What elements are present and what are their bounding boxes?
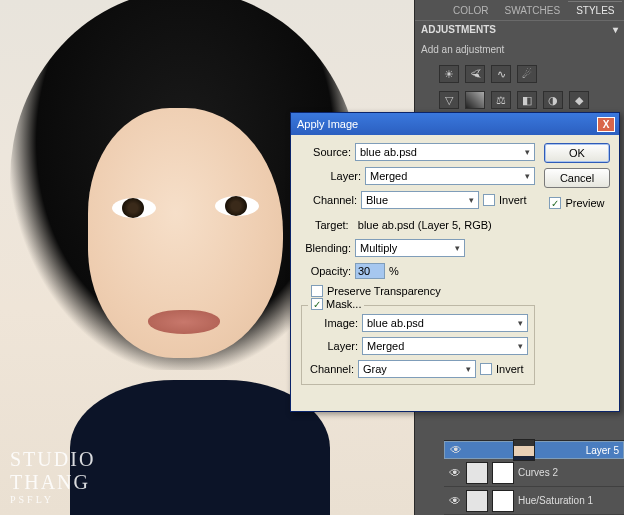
layer-name: Hue/Saturation 1 [518, 495, 593, 506]
mask-invert-checkbox[interactable] [480, 363, 492, 375]
tab-swatches[interactable]: SWATCHES [497, 2, 569, 19]
mask-layer-label: Layer: [308, 340, 358, 352]
preserve-transparency-checkbox[interactable] [311, 285, 323, 297]
brightness-icon[interactable]: ☀ [439, 65, 459, 83]
layer-name: Curves 2 [518, 467, 558, 478]
curves-icon[interactable]: ∿ [491, 65, 511, 83]
layer-row[interactable]: 👁 Layer 5 [444, 441, 624, 459]
blending-label: Blending: [301, 242, 351, 254]
dialog-titlebar[interactable]: Apply Image X [291, 113, 619, 135]
hue-sat-icon[interactable] [465, 91, 485, 109]
tab-color[interactable]: COLOR [445, 2, 497, 19]
layer-name: Layer 5 [586, 445, 619, 456]
layer-thumb[interactable] [513, 439, 535, 461]
source-select[interactable]: blue ab.psd▾ [355, 143, 535, 161]
watermark-line2: THANG [10, 471, 95, 494]
close-icon[interactable]: X [597, 117, 615, 132]
chevron-down-icon: ▾ [469, 195, 474, 205]
levels-icon[interactable]: ⮘ [465, 65, 485, 83]
panel-menu-icon[interactable]: ▾ [613, 24, 618, 35]
source-label: Source: [301, 146, 351, 158]
preserve-transparency-label: Preserve Transparency [327, 285, 441, 297]
mask-image-select[interactable]: blue ab.psd▾ [362, 314, 528, 332]
watermark-line3: PSFLY [10, 494, 95, 505]
opacity-pct: % [389, 265, 399, 277]
chevron-down-icon: ▾ [518, 341, 523, 351]
ok-button[interactable]: OK [544, 143, 610, 163]
layer-select[interactable]: Merged▾ [365, 167, 535, 185]
mask-image-label: Image: [308, 317, 358, 329]
photo-filter-icon[interactable]: ◑ [543, 91, 563, 109]
watermark-line1: STUDIO [10, 448, 95, 471]
dialog-title: Apply Image [297, 118, 358, 130]
channel-select[interactable]: Blue▾ [361, 191, 479, 209]
chevron-down-icon: ▾ [525, 147, 530, 157]
mask-group: ✓ Mask... Image: blue ab.psd▾ Layer: Mer… [301, 305, 535, 385]
opacity-label: Opacity: [301, 265, 351, 277]
mask-checkbox[interactable]: ✓ [311, 298, 323, 310]
visibility-icon[interactable]: 👁 [448, 466, 462, 480]
opacity-input[interactable] [355, 263, 385, 279]
blending-select[interactable]: Multiply▾ [355, 239, 465, 257]
preview-label: Preview [565, 197, 604, 209]
layer-label: Layer: [311, 170, 361, 182]
layer-row[interactable]: 👁 Hue/Saturation 1 [444, 487, 624, 515]
apply-image-dialog: Apply Image X Source: blue ab.psd▾ Layer… [290, 112, 620, 412]
invert-checkbox[interactable] [483, 194, 495, 206]
chevron-down-icon: ▾ [518, 318, 523, 328]
layer-row[interactable]: 👁 Curves 2 [444, 459, 624, 487]
layer-mask-thumb[interactable] [492, 462, 514, 484]
cancel-button[interactable]: Cancel [544, 168, 610, 188]
visibility-icon[interactable]: 👁 [449, 443, 463, 457]
mask-label: Mask... [326, 298, 361, 310]
chevron-down-icon: ▾ [455, 243, 460, 253]
adjustments-hint: Add an adjustment [421, 44, 618, 55]
lips [148, 310, 220, 334]
bw-icon[interactable]: ◧ [517, 91, 537, 109]
exposure-icon[interactable]: ☄ [517, 65, 537, 83]
tab-styles[interactable]: STYLES [568, 1, 622, 19]
chevron-down-icon: ▾ [466, 364, 471, 374]
invert-label: Invert [499, 194, 527, 206]
visibility-icon[interactable]: 👁 [448, 494, 462, 508]
layer-adj-thumb[interactable] [466, 490, 488, 512]
mask-layer-select[interactable]: Merged▾ [362, 337, 528, 355]
mask-invert-label: Invert [496, 363, 524, 375]
chevron-down-icon: ▾ [525, 171, 530, 181]
layer-mask-thumb[interactable] [492, 490, 514, 512]
channel-label: Channel: [311, 194, 357, 206]
watermark: STUDIO THANG PSFLY [10, 448, 95, 505]
preview-checkbox[interactable]: ✓ [549, 197, 561, 209]
target-label: Target: [315, 219, 349, 231]
color-panel-tabs: COLOR SWATCHES STYLES [415, 0, 624, 20]
tab-adjustments[interactable]: ADJUSTMENTS [421, 24, 496, 35]
mask-channel-label: Channel: [308, 363, 354, 375]
vibrance-icon[interactable]: ▽ [439, 91, 459, 109]
channel-mixer-icon[interactable]: ◆ [569, 91, 589, 109]
layers-panel: 👁 Layer 5 👁 Curves 2 👁 Hue/Saturation 1 [444, 440, 624, 515]
mask-channel-select[interactable]: Gray▾ [358, 360, 476, 378]
adjustments-panel-header: ADJUSTMENTS ▾ [415, 20, 624, 38]
color-balance-icon[interactable]: ⚖ [491, 91, 511, 109]
pupil-left [122, 198, 144, 218]
target-value: blue ab.psd (Layer 5, RGB) [358, 219, 492, 231]
layer-adj-thumb[interactable] [466, 462, 488, 484]
pupil-right [225, 196, 247, 216]
